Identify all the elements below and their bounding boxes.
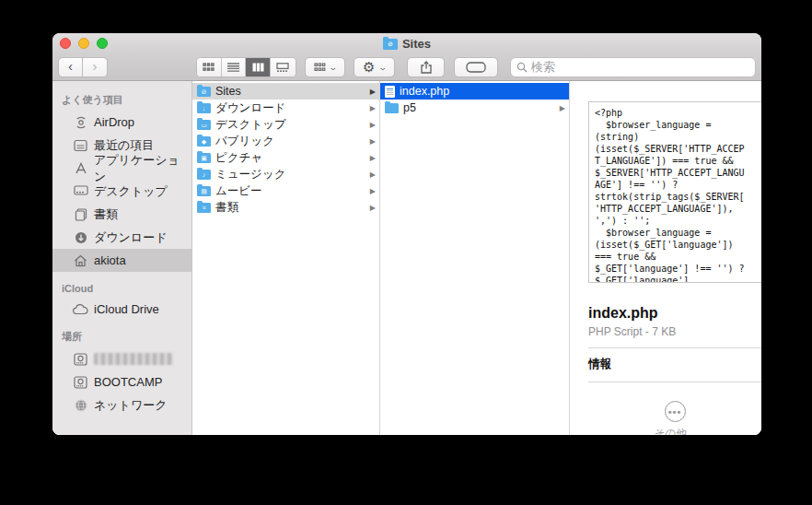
desktop-icon <box>73 183 88 199</box>
applications-icon <box>73 160 88 176</box>
list-view-icon <box>227 63 239 72</box>
chevron-right-icon: ▶ <box>370 154 376 162</box>
network-icon <box>73 397 88 413</box>
window-title: ⊘ Sites <box>383 37 431 51</box>
search-placeholder: 検索 <box>531 59 555 76</box>
more-ellipsis-icon: ••• <box>665 401 686 422</box>
sidebar-section-favorites: よく使う項目 <box>52 93 191 111</box>
toolbar: ‹ › <box>52 53 761 81</box>
group-by-icon <box>314 63 326 72</box>
chevron-right-icon: ▶ <box>370 170 376 179</box>
sidebar-item-applications[interactable]: アプリケーション <box>52 157 191 180</box>
finder-content: よく使う項目 AirDrop 最近の項目 アプリケーション デスクトップ <box>52 81 761 435</box>
share-icon <box>421 61 432 74</box>
action-dropdown[interactable]: ⚙ ⌄ <box>354 57 395 77</box>
music-folder-icon: ♪ <box>197 170 211 180</box>
documents-folder-icon: ≡ <box>197 203 211 213</box>
home-icon <box>73 252 88 268</box>
public-folder-icon: ◆ <box>197 136 211 147</box>
sidebar-item-home-akiota[interactable]: akiota <box>52 249 191 272</box>
preview-file-meta: PHP Script - 7 KB <box>588 325 761 338</box>
sidebar-item-documents[interactable]: 書類 <box>52 203 191 226</box>
share-button[interactable] <box>407 57 446 77</box>
folder-row-documents[interactable]: ≡ 書類 ▶ <box>192 199 379 216</box>
disk-icon <box>73 351 88 367</box>
column-folders: ⊘ Sites ▶ ↓ ダウンロード ▶ ▭ デスクトップ ▶ ◆ パブリック <box>192 81 380 435</box>
divider <box>588 382 761 382</box>
finder-window: ⊘ Sites ‹ › <box>52 33 761 435</box>
sidebar-section-icloud: iCloud <box>52 283 191 298</box>
chevron-right-icon: ▶ <box>560 104 565 112</box>
title-bar[interactable]: ⊘ Sites <box>52 33 761 53</box>
gallery-view-icon <box>276 63 289 72</box>
chevron-right-icon: ▶ <box>370 88 376 96</box>
gear-icon: ⚙ <box>363 60 375 74</box>
window-title-text: Sites <box>402 37 431 51</box>
forward-button[interactable]: › <box>83 57 108 77</box>
code-preview-thumbnail[interactable]: <?php $browser_language = (string) (isse… <box>588 101 761 283</box>
group-by-dropdown[interactable]: ⌄ <box>305 57 346 77</box>
sidebar-item-network[interactable]: ネットワーク <box>52 393 191 417</box>
column-view-button[interactable] <box>246 58 271 76</box>
p5-folder-icon <box>385 103 399 113</box>
folder-row-p5[interactable]: p5 ▶ <box>380 100 569 116</box>
chevron-right-icon: ▶ <box>370 187 376 195</box>
sites-folder-icon: ⊘ <box>197 87 211 97</box>
chevron-down-icon: ⌄ <box>377 63 388 72</box>
gallery-view-button[interactable] <box>271 58 296 76</box>
forward-chevron-icon: › <box>93 59 98 73</box>
sidebar-item-icloud-drive[interactable]: iCloud Drive <box>52 298 191 321</box>
sidebar-item-airdrop[interactable]: AirDrop <box>52 111 191 134</box>
sidebar-section-locations: 場所 <box>52 330 191 347</box>
zoom-window-button[interactable] <box>97 38 108 49</box>
chevron-down-icon: ⌄ <box>328 63 338 72</box>
show-more-button[interactable]: ••• その他... <box>588 401 761 435</box>
file-row-index-php[interactable]: index.php <box>380 83 569 100</box>
back-button[interactable]: ‹ <box>58 57 83 77</box>
chevron-right-icon: ▶ <box>370 204 376 212</box>
sidebar-item-downloads[interactable]: ダウンロード <box>52 226 191 249</box>
preview-file-name: index.php <box>588 305 761 322</box>
preview-info-header: 情報 <box>588 357 761 372</box>
back-chevron-icon: ‹ <box>68 59 73 73</box>
folder-row-sites[interactable]: ⊘ Sites ▶ <box>192 83 379 100</box>
pictures-folder-icon: ▣ <box>197 153 211 163</box>
sidebar: よく使う項目 AirDrop 最近の項目 アプリケーション デスクトップ <box>52 81 192 435</box>
tag-icon <box>466 62 486 73</box>
downloads-folder-icon: ↓ <box>197 103 211 113</box>
php-file-icon <box>385 86 395 98</box>
window-controls <box>60 38 108 49</box>
close-window-button[interactable] <box>60 38 71 49</box>
tag-button[interactable] <box>454 57 497 77</box>
search-icon <box>516 62 528 73</box>
chevron-right-icon: ▶ <box>370 104 376 112</box>
sites-folder-icon: ⊘ <box>383 39 398 50</box>
folder-row-public[interactable]: ◆ パブリック ▶ <box>192 133 379 149</box>
airdrop-icon <box>73 114 88 130</box>
chevron-right-icon: ▶ <box>370 121 376 129</box>
list-view-button[interactable] <box>222 58 247 76</box>
icon-view-button[interactable] <box>197 58 222 76</box>
folder-row-desktop[interactable]: ▭ デスクトップ ▶ <box>192 116 379 133</box>
show-more-label: その他... <box>655 427 696 435</box>
redacted-disk-name <box>94 353 173 365</box>
movies-folder-icon: ▤ <box>197 186 211 196</box>
search-input[interactable]: 検索 <box>510 57 756 77</box>
folder-row-pictures[interactable]: ▣ ピクチャ ▶ <box>192 149 379 166</box>
cloud-icon <box>73 301 88 317</box>
chevron-right-icon: ▶ <box>370 137 376 146</box>
divider <box>588 347 761 348</box>
folder-row-movies[interactable]: ▤ ムービー ▶ <box>192 182 379 199</box>
minimize-window-button[interactable] <box>78 38 89 49</box>
sidebar-item-disk-redacted[interactable] <box>52 347 191 370</box>
recents-icon <box>73 137 88 153</box>
preview-pane: <?php $browser_language = (string) (isse… <box>570 81 761 435</box>
sidebar-item-bootcamp[interactable]: BOOTCAMP <box>52 370 191 393</box>
view-mode-segmented-control <box>196 57 296 77</box>
column-files: index.php p5 ▶ <box>380 81 570 435</box>
folder-row-downloads[interactable]: ↓ ダウンロード ▶ <box>192 100 379 116</box>
desktop-background: ⊘ Sites ‹ › <box>0 0 812 505</box>
navigation-buttons: ‹ › <box>58 57 108 77</box>
folder-row-music[interactable]: ♪ ミュージック ▶ <box>192 166 379 182</box>
column-view-icon <box>252 63 264 72</box>
